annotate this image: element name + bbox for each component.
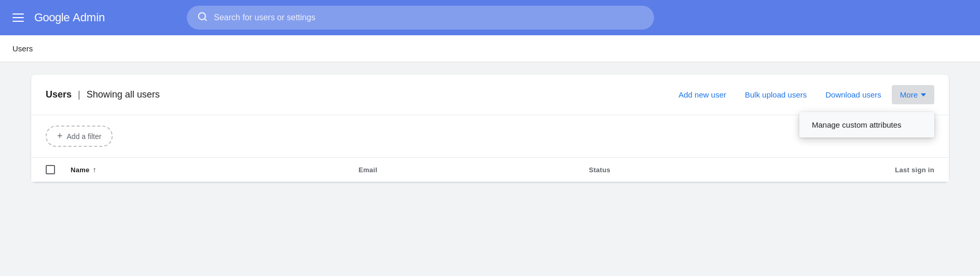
toolbar-separator: | [78, 89, 80, 100]
google-logo-text: Google [34, 11, 70, 24]
svg-line-1 [205, 18, 207, 20]
table-header: Name ↑ Email Status Last sign in [31, 158, 949, 182]
header-left: Google Admin [10, 11, 176, 24]
col-email-label: Email [359, 166, 377, 174]
app-header: Google Admin Search for users or setting… [0, 0, 980, 35]
search-icon [197, 11, 208, 24]
col-name[interactable]: Name ↑ [71, 165, 359, 174]
col-name-label: Name [71, 166, 90, 174]
col-status-label: Status [589, 166, 610, 174]
main-content: Users | Showing all users Add new user B… [0, 62, 980, 195]
toolbar: Users | Showing all users Add new user B… [31, 75, 949, 115]
col-last-signin-label: Last sign in [895, 166, 934, 174]
toolbar-title: Users [46, 89, 72, 100]
chevron-down-icon [921, 93, 926, 96]
users-card: Users | Showing all users Add new user B… [31, 75, 949, 182]
bulk-upload-users-button[interactable]: Bulk upload users [737, 85, 815, 104]
breadcrumb-bar: Users [0, 35, 980, 62]
toolbar-actions: Add new user Bulk upload users Download … [670, 85, 934, 104]
col-last-signin[interactable]: Last sign in [761, 165, 934, 174]
col-email[interactable]: Email [359, 165, 589, 174]
select-all-checkbox[interactable] [46, 165, 55, 174]
plus-icon: + [57, 131, 63, 142]
toolbar-subtitle: Showing all users [87, 89, 671, 100]
hamburger-menu-icon[interactable] [10, 11, 26, 24]
add-filter-label: Add a filter [67, 132, 102, 141]
more-button-label: More [900, 90, 918, 99]
search-placeholder-text: Search for users or settings [214, 13, 316, 22]
more-dropdown-menu: Manage custom attributes [799, 112, 934, 137]
admin-product-name: Admin [73, 11, 105, 24]
search-bar[interactable]: Search for users or settings [187, 6, 654, 30]
col-status[interactable]: Status [589, 165, 761, 174]
add-new-user-button[interactable]: Add new user [670, 85, 734, 104]
manage-custom-attributes-item[interactable]: Manage custom attributes [799, 112, 934, 137]
breadcrumb-text: Users [12, 44, 33, 53]
sort-ascending-icon: ↑ [93, 165, 97, 174]
logo-area: Google Admin [34, 11, 105, 24]
add-filter-button[interactable]: + Add a filter [46, 126, 113, 147]
download-users-button[interactable]: Download users [817, 85, 890, 104]
more-button[interactable]: More [892, 85, 934, 104]
select-all-cell [46, 165, 71, 174]
